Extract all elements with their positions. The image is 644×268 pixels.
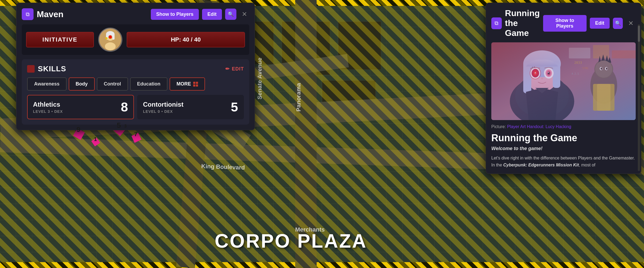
skills-section: SKILLS ✏ EDIT Awareness Body Control Edu… xyxy=(22,59,249,125)
tab-control[interactable]: Control xyxy=(97,77,128,91)
article-title: Running the Game xyxy=(491,132,636,144)
grid-cell-3 xyxy=(193,84,195,87)
avatar-svg xyxy=(100,29,121,50)
skill-tabs: Awareness Body Control Education MORE xyxy=(27,77,244,91)
article-image: 2033 SYNC 4.2.1 xyxy=(491,42,636,120)
copy-icon: ⧉ xyxy=(26,11,30,17)
grid-icon xyxy=(193,82,198,87)
maven-panel-icon: ⧉ xyxy=(22,8,34,20)
dice-number-2: 1 xyxy=(94,136,97,142)
maven-header: ⧉ Maven Show to Players Edit 🔍 ✕ xyxy=(22,8,249,20)
skill-cards: Athletics LEVEL 3 • DEX 8 Contortionist … xyxy=(27,95,244,119)
tab-education[interactable]: Education xyxy=(130,77,167,91)
search-icon: 🔍 xyxy=(228,11,234,17)
hazard-strip-bottom xyxy=(0,262,644,268)
maven-title: Maven xyxy=(37,9,148,19)
rtg-title: Running the Game xyxy=(505,8,540,38)
search-icon-rtg: 🔍 xyxy=(615,20,621,26)
maven-show-to-players-button[interactable]: Show to Players xyxy=(151,9,199,20)
tab-awareness[interactable]: Awareness xyxy=(27,77,67,91)
image-overlay xyxy=(491,42,636,120)
dice-number-3: 5 xyxy=(117,121,121,130)
dice-number-1: 9 xyxy=(76,125,80,134)
skills-icon xyxy=(27,65,35,73)
copy-icon-rtg: ⧉ xyxy=(495,20,498,26)
dice-number-4: 7 xyxy=(134,131,137,138)
tab-body[interactable]: Body xyxy=(69,77,95,91)
skill-info: Athletics LEVEL 3 • DEX xyxy=(33,101,63,114)
article-body-text-2: , most of xyxy=(579,163,595,167)
corpo-plaza-label: CORPO PLAZA xyxy=(215,230,367,252)
avatar xyxy=(98,28,122,52)
road-label-senate: Senate Avenue xyxy=(256,58,263,99)
scroll-handle[interactable] xyxy=(638,24,640,171)
picture-credit: Picture: Player Art Handout: Lucy Hackin… xyxy=(491,124,636,129)
svg-rect-5 xyxy=(112,34,115,40)
avatar-image xyxy=(100,29,121,50)
picture-label: Picture: xyxy=(491,124,507,129)
edit-label: EDIT xyxy=(232,66,244,72)
skills-title-row: SKILLS xyxy=(27,65,66,73)
maven-close-button[interactable]: ✕ xyxy=(240,9,249,19)
grid-cell-2 xyxy=(196,82,198,84)
rtg-panel-icon: ⧉ xyxy=(491,17,502,29)
picture-link[interactable]: Player Art Handout: Lucy Hacking xyxy=(507,124,571,129)
stats-row: INITIATIVE HP xyxy=(22,24,249,55)
skill-value: 8 xyxy=(121,100,128,114)
more-label: MORE xyxy=(177,81,191,87)
scroll-thumb[interactable] xyxy=(638,26,640,42)
tab-more[interactable]: MORE xyxy=(170,77,205,91)
skill-card-contortionist[interactable]: Contortionist LEVEL 0 • DEX 5 xyxy=(137,95,244,119)
rtg-search-button[interactable]: 🔍 xyxy=(613,18,623,29)
article-body: Let's dive right in with the difference … xyxy=(491,155,636,168)
rtg-header: ⧉ Running the Game Show to Players Edit … xyxy=(491,8,636,38)
skill-level: LEVEL 0 • DEX xyxy=(143,109,184,114)
skills-header: SKILLS ✏ EDIT xyxy=(27,65,244,73)
skills-title: SKILLS xyxy=(38,65,66,73)
svg-point-7 xyxy=(109,36,111,38)
maven-edit-button[interactable]: Edit xyxy=(202,9,222,20)
skill-info: Contortionist LEVEL 0 • DEX xyxy=(143,101,184,114)
skill-name: Athletics xyxy=(33,101,63,108)
rtg-edit-button[interactable]: Edit xyxy=(590,18,610,29)
dice-number-5: 3 xyxy=(124,124,127,129)
article-subtitle: Welcome to the game! xyxy=(491,146,636,151)
maven-search-button[interactable]: 🔍 xyxy=(225,9,236,20)
skill-name: Contortionist xyxy=(143,101,184,108)
rtg-close-button[interactable]: ✕ xyxy=(626,18,636,28)
skills-edit-button[interactable]: ✏ EDIT xyxy=(225,66,244,72)
road-label-king: King Boulevard xyxy=(201,163,245,171)
svg-point-2 xyxy=(105,42,116,50)
skill-level: LEVEL 3 • DEX xyxy=(33,109,63,114)
hp-button[interactable]: HP: 40 / 40 xyxy=(127,32,245,47)
grid-cell-4 xyxy=(196,84,198,87)
panel-maven: ⧉ Maven Show to Players Edit 🔍 ✕ INITIAT… xyxy=(16,3,255,130)
panel-running-the-game: ⧉ Running the Game Show to Players Edit … xyxy=(486,3,641,174)
article-body-em: Cyberpunk: Edgerunners Mission Kit xyxy=(503,163,579,167)
rtg-show-to-players-button[interactable]: Show to Players xyxy=(543,15,587,32)
skill-value: 5 xyxy=(231,100,238,114)
skill-card-athletics[interactable]: Athletics LEVEL 3 • DEX 8 xyxy=(27,95,134,119)
initiative-button[interactable]: INITIATIVE xyxy=(26,32,94,47)
pencil-icon: ✏ xyxy=(225,66,230,72)
grid-cell-1 xyxy=(193,82,195,84)
svg-point-8 xyxy=(105,37,108,39)
road-label-panorama: Panorama xyxy=(295,83,302,111)
